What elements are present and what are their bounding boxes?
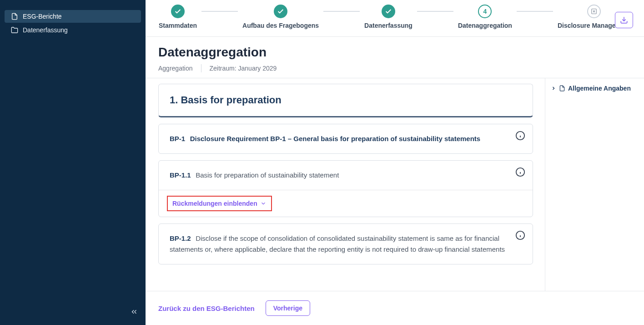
stepper-row: Stammdaten Aufbau des Fragebogens Datene…: [146, 0, 644, 37]
requirement-card-bp-1-2[interactable]: BP-1.2 Disclose if the scope of consolid…: [158, 223, 533, 264]
content-scroll[interactable]: 1. Basis for preparation BP-1 Disclosure…: [158, 84, 541, 285]
feedback-toggle-button[interactable]: Rückmeldungen einblenden: [172, 200, 267, 207]
step-circle-done: [171, 5, 185, 18]
chevron-down-icon: [260, 200, 267, 207]
main: Stammdaten Aufbau des Fragebogens Datene…: [146, 0, 644, 325]
requirement-text: Disclosure Requirement BP-1 – General ba…: [190, 135, 481, 142]
sidebar: ESG-Berichte Datenerfassung: [0, 0, 146, 325]
info-button[interactable]: [515, 167, 525, 177]
info-icon: [515, 167, 525, 177]
document-icon: [559, 85, 565, 91]
meta-separator: [201, 64, 201, 72]
content-wrap: 1. Basis for preparation BP-1 Disclosure…: [146, 78, 545, 291]
requirement-line: BP-1 Disclosure Requirement BP-1 – Gener…: [170, 133, 507, 144]
sidebar-item-esg-berichte[interactable]: ESG-Berichte: [5, 10, 141, 23]
meta-aggregation: Aggregation: [158, 65, 193, 72]
page-title: Datenaggregation: [158, 45, 631, 60]
meta-period-label: Zeitraum:: [210, 65, 236, 72]
sidebar-item-label: Datenerfassung: [23, 26, 68, 34]
step-circle-done: [382, 5, 395, 18]
chevrons-left-icon: [130, 308, 138, 316]
right-nav: Allgemeine Angaben: [545, 78, 644, 291]
requirement-code: BP-1: [170, 135, 185, 142]
step-label: Datenaggregation: [458, 22, 512, 29]
requirement-code: BP-1.1: [170, 171, 191, 179]
requirement-text: Basis for preparation of sustainability …: [196, 171, 339, 179]
feedback-highlight-box: Rückmeldungen einblenden: [167, 196, 272, 211]
stepper: Stammdaten Aufbau des Fragebogens Datene…: [159, 5, 631, 29]
step-connector: [201, 11, 238, 12]
folder-icon: [11, 26, 18, 34]
nav-item-allgemeine-angaben[interactable]: Allgemeine Angaben: [551, 85, 639, 92]
info-icon: [515, 230, 525, 240]
step-label: Aufbau des Fragebogens: [242, 22, 319, 29]
step-label: Datenerfassung: [364, 22, 413, 29]
step-datenaggregation[interactable]: 4 Datenaggregation: [458, 5, 512, 29]
feedback-toggle-label: Rückmeldungen einblenden: [172, 200, 257, 207]
chevron-right-icon: [551, 86, 556, 91]
check-icon: [277, 8, 284, 15]
nav-item-label: Allgemeine Angaben: [568, 85, 631, 92]
download-button[interactable]: [615, 12, 633, 28]
section-heading: 1. Basis for preparation: [170, 94, 522, 106]
step-circle-done: [274, 5, 287, 18]
meta-period-value: January 2029: [238, 65, 277, 72]
step-connector: [417, 11, 453, 12]
requirement-card-bp-1-1[interactable]: BP-1.1 Basis for preparation of sustaina…: [158, 160, 533, 217]
step-aufbau[interactable]: Aufbau des Fragebogens: [242, 5, 319, 29]
collapse-sidebar-button[interactable]: [130, 308, 138, 316]
requirement-line: BP-1.2 Disclose if the scope of consolid…: [170, 233, 507, 255]
check-icon: [385, 8, 392, 15]
previous-button[interactable]: Vorherige: [266, 300, 310, 316]
requirement-code: BP-1.2: [170, 234, 191, 242]
step-connector: [323, 11, 360, 12]
step-label: Stammdaten: [159, 22, 197, 29]
meta-row: Aggregation Zeitraum: January 2029: [158, 64, 631, 72]
sidebar-item-label: ESG-Berichte: [23, 13, 62, 20]
download-icon: [620, 16, 628, 24]
cancel-box-icon: [590, 8, 598, 15]
body: 1. Basis for preparation BP-1 Disclosure…: [146, 78, 644, 291]
info-button[interactable]: [515, 131, 525, 141]
requirement-line: BP-1.1 Basis for preparation of sustaina…: [170, 170, 507, 181]
requirement-card-bp-1[interactable]: BP-1 Disclosure Requirement BP-1 – Gener…: [158, 124, 533, 154]
section-header-card: 1. Basis for preparation: [158, 84, 533, 117]
feedback-bar: Rückmeldungen einblenden: [159, 190, 533, 217]
step-connector: [517, 11, 553, 12]
check-icon: [174, 8, 181, 15]
info-icon: [515, 131, 525, 141]
step-circle-current: 4: [478, 5, 492, 18]
back-to-reports-link[interactable]: Zurück zu den ESG-Berichten: [158, 305, 255, 312]
footer: Zurück zu den ESG-Berichten Vorherige: [146, 291, 644, 325]
requirement-text: Disclose if the scope of consolidation o…: [170, 234, 505, 253]
step-circle-future: [587, 5, 601, 18]
step-datenerfassung[interactable]: Datenerfassung: [364, 5, 413, 29]
sidebar-item-datenerfassung[interactable]: Datenerfassung: [5, 24, 141, 36]
title-block: Datenaggregation Aggregation Zeitraum: J…: [146, 37, 644, 78]
step-stammdaten[interactable]: Stammdaten: [159, 5, 197, 29]
document-icon: [11, 13, 18, 20]
info-button[interactable]: [515, 230, 525, 240]
meta-period: Zeitraum: January 2029: [210, 65, 277, 72]
